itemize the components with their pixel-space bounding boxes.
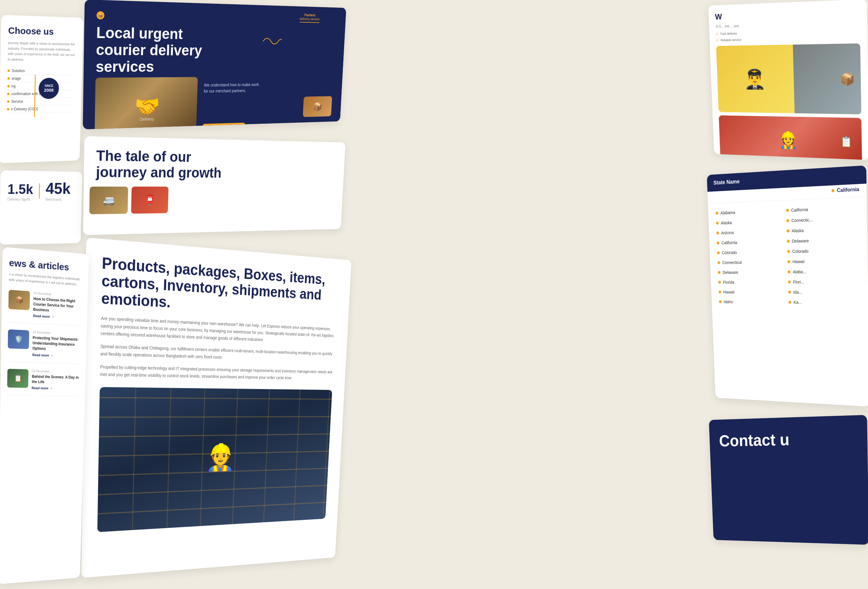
stat-2-label: Merchants — [45, 198, 70, 202]
hero-image-bg: 🤝 Delivery — [94, 77, 198, 130]
state-item-idaho-2: Ida... — [787, 287, 861, 298]
hawaii1-name: Hawaii — [723, 290, 734, 294]
states-col-1: Alabama Alaska Arizona California Colora… — [714, 205, 786, 307]
florida1-name: Florida — [723, 280, 734, 285]
idaho2-dot — [788, 291, 791, 294]
warehouse-image: 👷 — [97, 387, 332, 532]
courier-card: W At E... the ... yea ✓ Fast delivery ✓ … — [709, 0, 868, 160]
state-item-delaware-1: Delaware — [717, 267, 785, 278]
alabama-name: Alabama — [720, 210, 735, 216]
delaware2-name: Delaware — [792, 238, 809, 244]
state-item-idaho-1: Idaho — [717, 297, 786, 307]
colorado1-name: Colorado — [722, 250, 737, 255]
news-title-3: Behind the Scenes: A Day in the Life — [32, 374, 79, 385]
check-label-2: Reliable service — [720, 38, 741, 42]
idaho1-dot — [719, 300, 722, 303]
hawaii1-dot — [719, 291, 721, 293]
news-date-3: 24 November — [32, 369, 79, 374]
courier-person-1: 👨‍✈️ — [716, 45, 794, 113]
worker-emoji: 👷 — [205, 442, 236, 473]
news-content-2: 24 November Protecting Your Shipments: U… — [32, 331, 81, 358]
news-title-1: How to Choose the Right Courier Service … — [33, 296, 81, 314]
states-col-2: California Connectic... Alaska Delaware … — [785, 202, 861, 308]
idaho1-name: Idaho — [723, 300, 733, 304]
connecticut2-name: Connectic... — [791, 217, 813, 223]
news-item-1: 📦 24 November How to Choose the Right Co… — [8, 290, 81, 326]
state-item-hawaii-1: Hawaii — [717, 287, 786, 297]
featured-placeholder — [714, 191, 829, 196]
courier-person-2: 👷 — [778, 130, 798, 150]
state-item-hawaii-2: Hawaii — [786, 255, 860, 267]
journey-card: The tale of our journey and growth 🚐 📮 — [83, 136, 345, 235]
kansas-dot — [789, 301, 791, 304]
courier-text-area: W At E... the ... yea ✓ Fast delivery ✓ … — [715, 7, 860, 43]
news-date-2: 24 November — [33, 331, 81, 336]
alabama2-name: Alaba... — [793, 269, 806, 275]
state-item-connecticut-1: Connecticut — [716, 257, 785, 267]
florida2-dot — [788, 280, 791, 283]
stat-2-number: 45k — [46, 180, 71, 196]
kansas-name: Ka... — [794, 300, 802, 305]
news-content-3: 24 November Behind the Scenes: A Day in … — [32, 369, 79, 391]
stat-1: 1.5k Delivery agent — [7, 182, 33, 202]
journey-header: The tale of our journey and growth — [84, 136, 345, 181]
featured-state-name: California — [837, 187, 859, 193]
florida1-dot — [718, 281, 721, 283]
hero-small-image: 📦 — [303, 96, 332, 117]
read-more-1[interactable]: Read more — [33, 314, 81, 320]
news-heading: ews & articles — [9, 257, 83, 274]
state-item-colorado-2: Colorado — [786, 245, 860, 257]
featured-dot — [831, 189, 834, 192]
connecticut1-dot — [717, 261, 720, 264]
delaware1-name: Delaware — [723, 270, 738, 275]
hero-main-image: 🤝 Delivery — [94, 77, 198, 130]
news-title-2: Protecting Your Shipments: Understanding… — [32, 335, 81, 353]
why-feature-5: Service — [7, 97, 75, 106]
contact-card: Contact u — [709, 415, 868, 545]
hawaii2-name: Hawaii — [792, 259, 805, 264]
journey-heading: The tale of our journey and growth — [96, 148, 336, 181]
news-item-2: 🛡️ 24 November Protecting Your Shipments… — [7, 329, 80, 364]
news-thumb-3: 📋 — [7, 369, 28, 388]
products-para2: Spread across Dhaka and Chittagong, our … — [100, 343, 334, 364]
courier-heading: W — [715, 7, 860, 22]
alaska2-name: Alaska — [792, 228, 804, 233]
courier-desc: At E... the ... yea — [715, 19, 860, 29]
state-item-delaware-2: Delaware — [785, 234, 860, 247]
news-card: ews & articles n a vision to revolutioni… — [0, 247, 89, 584]
fastest-sub: delivery service — [300, 17, 320, 21]
journey-line2: journey and growth — [96, 164, 221, 180]
stat-2: 45k Merchants — [45, 180, 71, 202]
alaska2-dot — [787, 229, 789, 232]
read-more-2[interactable]: Read more — [32, 353, 80, 358]
california2-name: California — [791, 207, 808, 213]
hero-card: Fastest delivery service 📦 Local urgent … — [83, 0, 346, 129]
products-para1: Are you spending valuable time and money… — [101, 314, 336, 346]
colorado1-dot — [717, 251, 720, 254]
read-more-3[interactable]: Read more — [32, 386, 79, 391]
state-item-california-1: California — [716, 236, 785, 248]
connecticut2-dot — [786, 219, 789, 222]
since-label: SINCE — [44, 84, 53, 87]
alabama-dot — [716, 212, 718, 215]
delaware1-dot — [718, 271, 721, 274]
hero-body: 🤝 Delivery We understand how to make wor… — [94, 76, 333, 130]
logo-icon: 📦 — [96, 11, 105, 19]
stats-row: 1.5k Delivery agent 45k Merchants — [7, 180, 76, 202]
products-heading: Products, packages, Boxes, items, carton… — [101, 254, 338, 320]
courier-image-bottom: 👷 📋 — [719, 115, 862, 160]
states-header-title: State Name — [713, 171, 859, 186]
warehouse-worker: 👷 — [205, 442, 236, 473]
journey-img-1: 🚐 — [89, 187, 128, 214]
why-feature-6: n Delivery (COD) — [7, 105, 74, 113]
courier-package-icon: 📋 — [840, 136, 853, 148]
squiggle-decoration — [262, 34, 282, 48]
colorado2-dot — [787, 250, 790, 253]
arizona-dot — [716, 232, 719, 235]
state-item-kansas: Ka... — [787, 297, 861, 308]
state-item-alabama-2: Alaba... — [787, 266, 861, 277]
why-description: journey began with a vision to revolutio… — [8, 40, 76, 63]
products-card: Products, packages, Boxes, items, carton… — [81, 238, 351, 578]
florida2-name: Flori... — [793, 280, 804, 285]
news-thumb-1: 📦 — [8, 290, 30, 310]
